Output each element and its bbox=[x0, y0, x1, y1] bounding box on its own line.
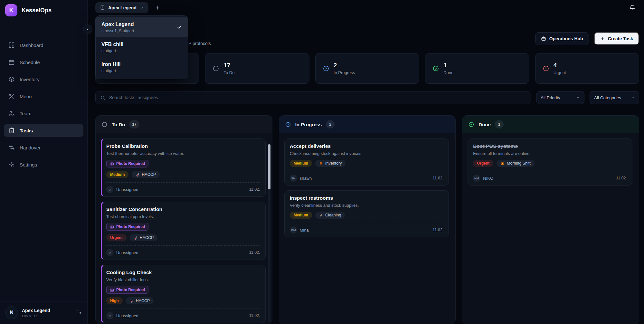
plus-icon bbox=[155, 5, 160, 11]
sidebar-nav: Dashboard Schedule Inventory Menu Team T… bbox=[0, 21, 87, 175]
sidebar-item-inventory[interactable]: Inventory bbox=[4, 73, 83, 86]
stat-text: 2 In Progress bbox=[334, 62, 355, 75]
assignee-avatar: ? bbox=[106, 249, 113, 256]
task-due-date: 11.02. bbox=[249, 187, 260, 192]
sidebar-item-team[interactable]: Team bbox=[4, 107, 83, 120]
column-in-progress-header: In Progress 2 bbox=[279, 116, 456, 133]
alert-circle-icon bbox=[543, 65, 549, 72]
scrollbar-thumb[interactable] bbox=[268, 144, 270, 189]
org-option-location: stuttgart bbox=[101, 49, 182, 53]
stat-text: 17 To Do bbox=[223, 62, 234, 75]
search-input[interactable] bbox=[109, 95, 526, 100]
assignee-avatar: NM bbox=[473, 175, 480, 182]
task-card-accept-deliveries[interactable]: Accept deliveries Check incoming stock a… bbox=[284, 138, 449, 186]
stat-card-done: 1 Done bbox=[425, 53, 529, 84]
badge-row: Medium HACCP bbox=[106, 171, 260, 178]
sidebar-item-menu[interactable]: Menu bbox=[4, 90, 83, 103]
sidebar-collapse-button[interactable] bbox=[83, 24, 92, 34]
photo-required-label: Photo Required bbox=[116, 288, 145, 292]
sidebar-item-settings[interactable]: Settings bbox=[4, 158, 83, 171]
priority-badge: Urgent bbox=[473, 160, 493, 167]
filter-row: All Priority All Categories bbox=[95, 91, 639, 104]
photo-required-badge: Photo Required bbox=[106, 160, 148, 167]
task-description: Test thermometer accuracy with ice water… bbox=[106, 151, 260, 156]
notifications-button[interactable] bbox=[629, 5, 636, 11]
circle-icon bbox=[101, 121, 108, 128]
camera-icon bbox=[110, 288, 114, 292]
sidebar-item-schedule[interactable]: Schedule bbox=[4, 56, 83, 69]
priority-badge: High bbox=[106, 297, 123, 304]
task-card-inspect-restrooms[interactable]: Inspect restrooms Verify cleanliness and… bbox=[284, 190, 449, 237]
task-footer: SN shawn 11.02. bbox=[290, 171, 444, 182]
column-scrollbar[interactable] bbox=[268, 144, 270, 322]
task-card-boot-pos-systems[interactable]: Boot POS systems Ensure all terminals ar… bbox=[468, 138, 632, 186]
assignee-name: shawn bbox=[300, 176, 312, 181]
task-description: Verify blast chiller logs. bbox=[106, 277, 260, 282]
task-description: Test chemical ppm levels. bbox=[106, 214, 260, 219]
sidebar-user: N Apex Legend OWNER bbox=[0, 301, 87, 324]
sidebar-item-label: Tasks bbox=[20, 128, 33, 133]
task-card-cooling-log-check[interactable]: Cooling Log Check Verify blast chiller l… bbox=[101, 265, 266, 323]
task-due-date: 11.02. bbox=[249, 313, 260, 318]
assignee-name: Unassigned bbox=[116, 250, 138, 255]
category-label: Morning Shift bbox=[507, 161, 531, 166]
org-option-iron-hill[interactable]: Iron Hill stuttgart bbox=[96, 57, 188, 77]
column-in-progress-body: Accept deliveries Check incoming stock a… bbox=[279, 133, 456, 324]
stat-label: To Do bbox=[223, 70, 234, 75]
photo-required-label: Photo Required bbox=[116, 224, 145, 229]
badge-row: Urgent HACCP bbox=[106, 234, 260, 241]
check-circle-icon bbox=[432, 65, 439, 72]
categories-filter[interactable]: All Categories bbox=[590, 91, 639, 104]
org-option-location: strasse1, Stuttgart bbox=[101, 29, 182, 33]
stat-text: 1 Done bbox=[443, 62, 453, 75]
column-todo: To Do 17 Probe Calibration Test thermome… bbox=[95, 115, 272, 324]
stat-value: 2 bbox=[334, 62, 355, 69]
assignee-avatar: MM bbox=[290, 226, 297, 233]
task-card-probe-calibration[interactable]: Probe Calibration Test thermometer accur… bbox=[101, 138, 266, 197]
task-card-sanitizer-concentration[interactable]: Sanitizer Concentration Test chemical pp… bbox=[101, 202, 266, 260]
check-icon bbox=[177, 24, 182, 30]
users-icon bbox=[8, 110, 15, 117]
kanban-board: To Do 17 Probe Calibration Test thermome… bbox=[95, 115, 639, 324]
operations-hub-label: Operations Hub bbox=[549, 36, 583, 41]
category-label: HACCP bbox=[136, 299, 150, 303]
page-subtitle-fragment: CP protocols bbox=[185, 41, 211, 46]
category-badge: HACCP bbox=[132, 171, 160, 178]
sidebar-item-dashboard[interactable]: Dashboard bbox=[4, 39, 83, 52]
org-option-vfb-chill[interactable]: VFB chill stuttgart bbox=[96, 37, 188, 57]
briefcase-icon bbox=[541, 36, 546, 41]
assignee-avatar: ? bbox=[106, 312, 113, 319]
category-label: Cleaning bbox=[325, 213, 341, 217]
user-meta: Apex Legend OWNER bbox=[22, 308, 50, 318]
priority-filter[interactable]: All Priority bbox=[536, 91, 584, 104]
column-done-header: Done 1 bbox=[462, 116, 639, 133]
logout-icon[interactable] bbox=[76, 310, 82, 316]
plus-icon bbox=[600, 36, 605, 41]
priority-badge: Medium bbox=[106, 171, 128, 178]
priority-filter-value: All Priority bbox=[541, 95, 560, 100]
building-icon bbox=[100, 5, 105, 10]
org-option-apex-legend[interactable]: Apex Legend strasse1, Stuttgart bbox=[96, 17, 188, 37]
gear-icon bbox=[8, 161, 15, 168]
create-task-button[interactable]: Create Task bbox=[594, 32, 639, 45]
org-selector-button[interactable]: Apex Legend bbox=[95, 2, 148, 13]
sunrise-icon bbox=[500, 161, 505, 166]
add-org-button[interactable] bbox=[153, 3, 162, 13]
org-option-name: VFB chill bbox=[101, 42, 182, 47]
box-icon bbox=[319, 161, 323, 165]
org-option-location: stuttgart bbox=[101, 69, 182, 73]
task-title: Boot POS systems bbox=[473, 143, 627, 149]
category-badge: Cleaning bbox=[315, 212, 345, 219]
column-count-badge: 1 bbox=[495, 120, 504, 129]
user-name: Apex Legend bbox=[22, 308, 50, 313]
sidebar-item-tasks[interactable]: Tasks bbox=[4, 124, 83, 137]
assignee-avatar: SN bbox=[290, 175, 297, 182]
thermometer-icon bbox=[136, 173, 139, 176]
column-todo-body: Probe Calibration Test thermometer accur… bbox=[96, 133, 272, 324]
task-title: Sanitizer Concentration bbox=[106, 206, 260, 212]
sidebar-item-handover[interactable]: Handover bbox=[4, 141, 83, 154]
sidebar-item-label: Handover bbox=[20, 145, 41, 150]
org-selector-label: Apex Legend bbox=[108, 5, 137, 10]
operations-hub-button[interactable]: Operations Hub bbox=[535, 32, 589, 45]
photo-required-label: Photo Required bbox=[116, 161, 145, 166]
